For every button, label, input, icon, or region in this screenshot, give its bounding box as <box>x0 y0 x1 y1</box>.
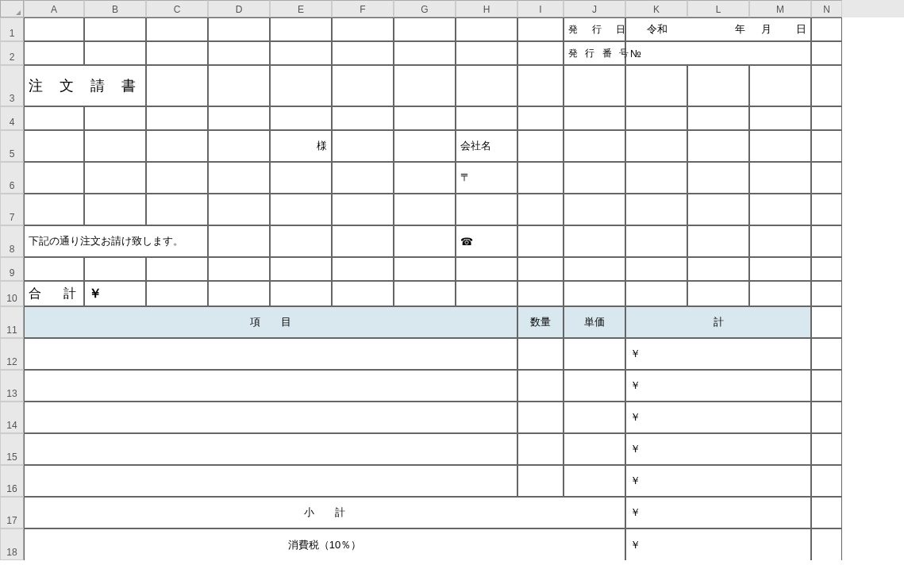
cell-H1[interactable] <box>456 17 517 41</box>
cell-N7[interactable] <box>811 194 842 225</box>
cell-F1[interactable] <box>332 17 394 41</box>
col-C[interactable]: C <box>146 0 208 17</box>
cell-L1[interactable]: 年 <box>687 17 749 41</box>
cell-A1[interactable] <box>24 17 84 41</box>
cell-B8[interactable] <box>84 225 146 257</box>
cell-N14[interactable] <box>811 402 842 433</box>
col-F[interactable]: F <box>332 0 394 17</box>
cell-G10[interactable] <box>394 281 456 306</box>
cell-C5[interactable] <box>146 130 208 162</box>
cell-N17[interactable] <box>811 497 842 528</box>
col-E[interactable]: E <box>270 0 332 17</box>
cell-D1[interactable] <box>208 17 270 41</box>
cell-A4[interactable] <box>24 106 84 130</box>
cell-K3[interactable] <box>625 65 687 106</box>
cell-N9[interactable] <box>811 257 842 281</box>
cell-F4[interactable] <box>332 106 394 130</box>
cell-C7[interactable] <box>146 194 208 225</box>
cell-N3[interactable] <box>811 65 842 106</box>
cell-L7[interactable] <box>687 194 749 225</box>
cell-B7[interactable] <box>84 194 146 225</box>
cell-E8[interactable] <box>270 225 332 257</box>
cell-J8[interactable] <box>564 225 625 257</box>
cell-C6[interactable] <box>146 162 208 194</box>
cell-H2[interactable] <box>456 41 517 65</box>
cell-I10[interactable] <box>517 281 564 306</box>
unitprice-13[interactable] <box>564 370 625 402</box>
cell-G5[interactable] <box>394 130 456 162</box>
cell-N4[interactable] <box>811 106 842 130</box>
cell-A10-total[interactable]: 合 計 <box>24 281 84 306</box>
col-L[interactable]: L <box>687 0 749 17</box>
cell-L6[interactable] <box>687 162 749 194</box>
item-14[interactable] <box>24 402 517 433</box>
cell-C8[interactable] <box>146 225 208 257</box>
cell-L8[interactable] <box>687 225 749 257</box>
cell-L10[interactable] <box>687 281 749 306</box>
cell-L4[interactable] <box>687 106 749 130</box>
col-K[interactable]: K <box>625 0 687 17</box>
col-G[interactable]: G <box>394 0 456 17</box>
cell-F7[interactable] <box>332 194 394 225</box>
cell-K6[interactable] <box>625 162 687 194</box>
cell-C10[interactable] <box>146 281 208 306</box>
cell-N15[interactable] <box>811 433 842 465</box>
cell-I1[interactable] <box>517 17 564 41</box>
cell-N1[interactable] <box>811 17 842 41</box>
cell-F5[interactable] <box>332 130 394 162</box>
item-16[interactable] <box>24 465 517 497</box>
cell-D6[interactable] <box>208 162 270 194</box>
cell-L9[interactable] <box>687 257 749 281</box>
unitprice-14[interactable] <box>564 402 625 433</box>
cell-I2[interactable] <box>517 41 564 65</box>
col-M[interactable]: M <box>749 0 811 17</box>
cell-E10[interactable] <box>270 281 332 306</box>
cell-I8[interactable] <box>517 225 564 257</box>
cell-G4[interactable] <box>394 106 456 130</box>
cell-N10[interactable] <box>811 281 842 306</box>
cell-E3[interactable] <box>270 65 332 106</box>
cell-A5[interactable] <box>24 130 84 162</box>
cell-J3[interactable] <box>564 65 625 106</box>
rownum-1[interactable]: 1 <box>0 17 24 41</box>
cell-E9[interactable] <box>270 257 332 281</box>
tax-yen[interactable]: ￥ <box>625 528 811 560</box>
cell-E1[interactable] <box>270 17 332 41</box>
cell-G9[interactable] <box>394 257 456 281</box>
cell-A9[interactable] <box>24 257 84 281</box>
cell-B4[interactable] <box>84 106 146 130</box>
cell-F2[interactable] <box>332 41 394 65</box>
cell-K7[interactable] <box>625 194 687 225</box>
cell-N6[interactable] <box>811 162 842 194</box>
cell-E6[interactable] <box>270 162 332 194</box>
cell-B1[interactable] <box>84 17 146 41</box>
cell-E2[interactable] <box>270 41 332 65</box>
cell-N18[interactable] <box>811 528 842 560</box>
cell-M2[interactable] <box>749 41 811 65</box>
rownum-2[interactable]: 2 <box>0 41 24 65</box>
cell-D2[interactable] <box>208 41 270 65</box>
cell-A8-note[interactable]: 下記の通り注文お請け致します。 <box>24 225 84 257</box>
cell-B10-yen[interactable]: ￥ <box>84 281 146 306</box>
cell-N11[interactable] <box>811 306 842 338</box>
col-I[interactable]: I <box>517 0 564 17</box>
col-N[interactable]: N <box>811 0 842 17</box>
cell-F10[interactable] <box>332 281 394 306</box>
cell-A3-title[interactable]: 注 文 請 書 <box>24 65 84 106</box>
cell-F6[interactable] <box>332 162 394 194</box>
cell-D10[interactable] <box>208 281 270 306</box>
cell-L2[interactable] <box>687 41 749 65</box>
cell-D4[interactable] <box>208 106 270 130</box>
cell-J6[interactable] <box>564 162 625 194</box>
qty-12[interactable] <box>517 338 564 370</box>
rownum-18[interactable]: 18 <box>0 528 24 560</box>
cell-M6[interactable] <box>749 162 811 194</box>
cell-I9[interactable] <box>517 257 564 281</box>
cell-E5-sama[interactable]: 様 <box>270 130 332 162</box>
rownum-9[interactable]: 9 <box>0 257 24 281</box>
cell-K5[interactable] <box>625 130 687 162</box>
cell-M8[interactable] <box>749 225 811 257</box>
cell-D3[interactable] <box>208 65 270 106</box>
cell-M7[interactable] <box>749 194 811 225</box>
rownum-15[interactable]: 15 <box>0 433 24 465</box>
